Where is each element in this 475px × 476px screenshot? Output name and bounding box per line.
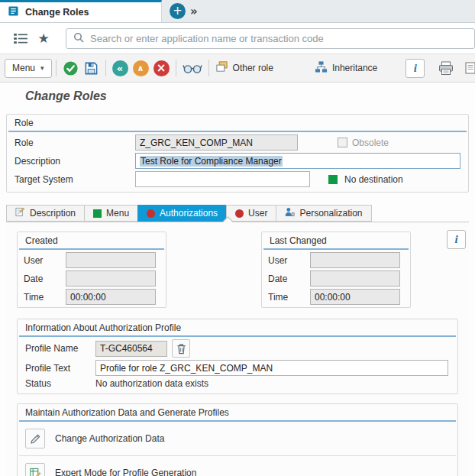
clipped-toolbar-button[interactable] <box>460 57 475 79</box>
favorites-star-icon[interactable]: ★ <box>32 28 55 49</box>
authorizations-tab-panel: i Created User Date Time Last <box>6 222 469 476</box>
created-lastchanged-row: Created User Date Time Last Changed <box>17 232 458 308</box>
toolbar-separator <box>56 60 57 76</box>
tab-personalization-label: Personalization <box>299 208 362 219</box>
screen-content: Role Role Obsolete Description Test Role… <box>0 109 475 476</box>
user-status-red-icon <box>235 209 244 218</box>
created-time-field[interactable] <box>66 289 156 305</box>
groupbox-underline <box>19 335 456 337</box>
target-system-field[interactable] <box>135 171 310 187</box>
inheritance-label: Inheritance <box>332 63 377 73</box>
tab-menu[interactable]: Menu <box>84 205 137 222</box>
search-input[interactable] <box>90 33 467 44</box>
role-tabstrip: Description Menu Authorizations User Per… <box>6 205 469 222</box>
document-icon <box>464 61 475 75</box>
description-value: Test Role for Compliance Manager <box>140 156 283 167</box>
exit-up-icon: ∧ <box>133 60 149 76</box>
maintain-groupbox: Maintain Authorization Data and Generate… <box>17 403 458 476</box>
role-label: Role <box>15 138 135 148</box>
application-toolbar: Menu ▾ « ∧ × Other role Inheritance i <box>0 54 475 83</box>
display-button[interactable] <box>180 57 205 79</box>
status-label: Status <box>25 378 95 389</box>
table-pencil-icon <box>30 468 41 476</box>
save-button[interactable] <box>81 57 102 79</box>
other-role-icon <box>215 60 228 76</box>
description-label: Description <box>15 156 135 167</box>
profile-text-field[interactable] <box>95 360 448 376</box>
expert-mode-label: Expert Mode for Profile Generation <box>55 468 196 476</box>
description-tab-icon <box>15 207 25 219</box>
delete-profile-button[interactable] <box>172 339 190 358</box>
created-date-field[interactable] <box>66 270 156 287</box>
created-time-label: Time <box>24 292 66 303</box>
profile-groupbox-title: Information About Authorization Profile <box>18 319 457 335</box>
menu-button[interactable]: Menu ▾ <box>5 59 52 78</box>
back-button[interactable]: « <box>110 57 131 79</box>
panel-info-button[interactable]: i <box>447 230 466 249</box>
pencil-icon <box>30 433 41 445</box>
cancel-x-icon: × <box>153 60 170 76</box>
created-date-label: Date <box>24 274 66 284</box>
role-field[interactable] <box>135 134 298 151</box>
role-row: Role Obsolete <box>15 134 460 151</box>
personalization-tab-icon <box>285 207 295 219</box>
session-list-icon[interactable] <box>9 28 32 49</box>
description-field[interactable]: Test Role for Compliance Manager <box>135 153 460 169</box>
change-authorization-label: Change Authorization Data <box>55 433 164 444</box>
profile-text-label: Profile Text <box>25 363 95 374</box>
toolbar-separator <box>105 60 106 76</box>
new-tab-button[interactable]: + <box>170 3 186 19</box>
last-changed-title: Last Changed <box>262 232 410 248</box>
enter-button[interactable] <box>60 57 81 79</box>
target-system-label: Target System <box>15 174 135 185</box>
last-changed-time-label: Time <box>268 292 310 303</box>
groupbox-underline <box>263 248 409 250</box>
last-changed-user-field[interactable] <box>310 252 400 268</box>
destination-status-icon <box>328 175 338 184</box>
created-user-field[interactable] <box>66 252 156 268</box>
tab-overflow-icon[interactable]: » <box>190 5 198 18</box>
created-groupbox: Created User Date Time <box>17 232 166 308</box>
tab-description-label: Description <box>30 208 76 219</box>
inheritance-button[interactable]: Inheritance <box>312 57 380 79</box>
tab-user[interactable]: User <box>226 205 276 222</box>
tab-description[interactable]: Description <box>6 205 84 222</box>
info-button[interactable]: i <box>406 59 425 78</box>
groupbox-underline <box>19 248 164 250</box>
last-changed-date-field[interactable] <box>310 270 400 287</box>
glasses-icon <box>183 63 202 73</box>
tab-personalization[interactable]: Personalization <box>276 205 371 222</box>
menu-button-label: Menu <box>12 63 35 73</box>
target-system-row: Target System No destination <box>15 171 460 187</box>
tab-authorizations[interactable]: Authorizations <box>137 205 226 222</box>
groupbox-underline <box>8 131 467 132</box>
printer-icon <box>438 61 454 76</box>
expert-mode-button[interactable] <box>25 463 45 476</box>
role-groupbox: Role Role Obsolete Description Test Role… <box>6 114 469 193</box>
check-circle-icon <box>63 60 79 76</box>
toolbar-separator <box>176 60 176 76</box>
floppy-save-icon <box>84 61 99 76</box>
back-icon: « <box>112 60 128 76</box>
search-box[interactable] <box>66 28 475 49</box>
change-authorization-button[interactable] <box>25 429 45 448</box>
expert-mode-row: Expert Mode for Profile Generation <box>18 456 457 476</box>
chevron-down-icon: ▾ <box>40 64 44 72</box>
profile-name-field[interactable] <box>95 341 167 357</box>
other-role-button[interactable]: Other role <box>213 57 276 79</box>
page-title: Change Roles <box>0 83 475 109</box>
last-changed-time-field[interactable] <box>310 289 400 305</box>
tab-change-roles[interactable]: Change Roles <box>0 0 162 22</box>
cancel-button[interactable]: × <box>151 57 172 79</box>
obsolete-label: Obsolete <box>352 138 389 148</box>
exit-button[interactable]: ∧ <box>131 57 151 79</box>
profile-name-label: Profile Name <box>25 343 95 354</box>
search-icon <box>73 32 84 45</box>
other-role-label: Other role <box>233 63 273 73</box>
trash-icon <box>176 343 186 355</box>
print-button[interactable] <box>435 57 456 79</box>
tab-title: Change Roles <box>25 7 89 18</box>
obsolete-checkbox[interactable] <box>338 138 347 147</box>
maintain-groupbox-title: Maintain Authorization Data and Generate… <box>18 404 457 420</box>
toolbar-separator <box>208 60 209 76</box>
